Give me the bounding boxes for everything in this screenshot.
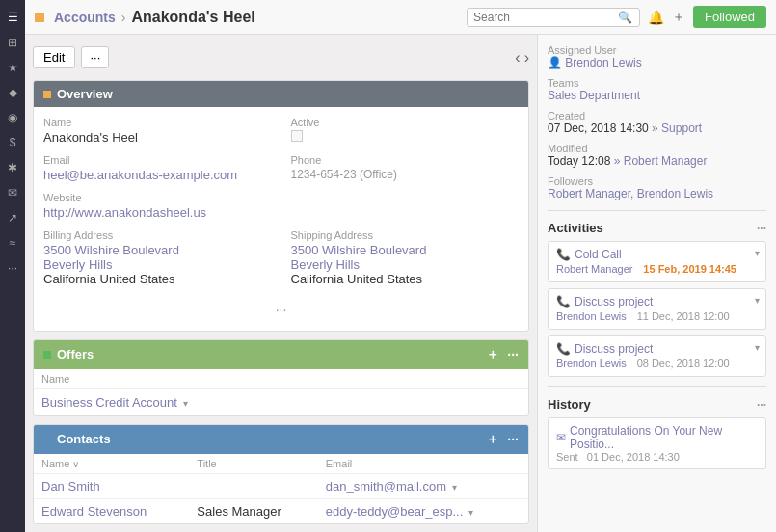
- main-area: Accounts › Anakonda's Heel 🔍 🔔 ＋ Followe…: [25, 0, 776, 532]
- content: Edit ··· ‹ › Overview Name Anako: [25, 35, 776, 532]
- sidebar-icon-diamond[interactable]: ◆: [3, 83, 22, 102]
- modified-value: Today 12:08 » Robert Manager: [548, 154, 766, 168]
- shipping-city: Beverly Hills: [291, 257, 520, 272]
- teams-block: Teams Sales Department: [548, 77, 766, 102]
- sidebar-icon-mail[interactable]: ✉: [3, 183, 22, 202]
- offers-actions: ＋ ···: [486, 346, 519, 363]
- activities-header: Activities ···: [548, 221, 766, 235]
- bell-icon[interactable]: 🔔: [648, 10, 664, 25]
- offers-add-icon[interactable]: ＋: [486, 346, 499, 363]
- sidebar-icon-more[interactable]: ···: [3, 258, 22, 278]
- contacts-more-icon[interactable]: ···: [507, 432, 519, 447]
- sidebar-icon-grid[interactable]: ⊞: [3, 33, 22, 52]
- topbar-left: Accounts › Anakonda's Heel: [35, 9, 255, 26]
- history-more-icon[interactable]: ···: [757, 398, 766, 412]
- created-value: 07 Dec, 2018 14:30 » Support: [548, 121, 766, 135]
- contacts-title: Contacts: [57, 432, 111, 446]
- phone-icon-1: 📞: [556, 295, 571, 308]
- contacts-col-email: Email: [318, 454, 528, 474]
- activity-dropdown-1[interactable]: ▾: [755, 295, 760, 306]
- contact-name-0[interactable]: Dan Smith: [34, 473, 189, 498]
- followed-button[interactable]: Followed: [693, 6, 766, 28]
- contact-email-1-dropdown-icon[interactable]: ▾: [468, 507, 473, 518]
- offer-dropdown-icon[interactable]: ▾: [183, 398, 188, 409]
- activity-item-2: 📞 Discuss project ▾ Brendon Lewis 08 Dec…: [548, 335, 766, 377]
- sidebar-icon-circle[interactable]: ◉: [3, 108, 22, 127]
- right-panel: Assigned User 👤 Brendon Lewis Teams Sale…: [537, 35, 776, 532]
- modified-block: Modified Today 12:08 » Robert Manager: [548, 143, 766, 168]
- history-item-0: ✉ Congratulations On Your New Positio...…: [548, 417, 766, 469]
- contact-name-1[interactable]: Edward Stevenson: [34, 498, 189, 523]
- active-checkbox[interactable]: [291, 130, 303, 142]
- more-button[interactable]: ···: [81, 46, 109, 68]
- search-box[interactable]: 🔍: [467, 8, 640, 27]
- info-block: Assigned User 👤 Brendon Lewis Teams Sale…: [548, 44, 766, 200]
- sidebar-icon-menu[interactable]: ☰: [3, 8, 22, 27]
- activities-more-icon[interactable]: ···: [757, 222, 766, 235]
- modified-suffix[interactable]: » Robert Manager: [614, 154, 708, 168]
- offer-name-value[interactable]: Business Credit Account: [41, 395, 177, 410]
- email-col: Email heel@be.anakondas-example.com: [43, 154, 272, 182]
- contact-email-1[interactable]: eddy-teddy@bear_esp... ▾: [318, 498, 528, 523]
- left-panel: Edit ··· ‹ › Overview Name Anako: [25, 35, 537, 532]
- activity-dropdown-0[interactable]: ▾: [755, 248, 760, 258]
- topbar: Accounts › Anakonda's Heel 🔍 🔔 ＋ Followe…: [25, 0, 776, 35]
- overview-body: Name Anakonda's Heel Active Email heel@b…: [34, 107, 528, 332]
- offers-body: Name Business Credit Account ▾: [34, 369, 528, 416]
- record-title: Anakonda's Heel: [131, 9, 254, 26]
- contacts-add-icon[interactable]: ＋: [486, 431, 499, 448]
- activity-dropdown-2[interactable]: ▾: [755, 342, 760, 353]
- shipping-label: Shipping Address: [291, 229, 520, 241]
- sort-icon[interactable]: ∨: [72, 459, 79, 469]
- accounts-icon: [35, 13, 44, 22]
- email-value[interactable]: heel@be.anakondas-example.com: [43, 168, 272, 182]
- created-label: Created: [548, 110, 766, 121]
- sidebar-icon-chart[interactable]: ≈: [3, 233, 22, 253]
- plus-icon[interactable]: ＋: [672, 9, 685, 26]
- nav-arrows: ‹ ›: [515, 49, 529, 66]
- contacts-header: Contacts ＋ ···: [34, 425, 528, 454]
- active-label: Active: [291, 117, 520, 128]
- contact-email-0[interactable]: dan_smith@mail.com ▾: [318, 473, 528, 498]
- activity-date-1: 11 Dec, 2018 12:00: [637, 310, 730, 322]
- history-date-0: Sent 01 Dec, 2018 14:30: [556, 451, 758, 463]
- billing-line1: 3500 Wilshire Boulevard: [43, 243, 272, 257]
- offers-title: Offers: [57, 347, 94, 361]
- created-suffix[interactable]: » Support: [652, 121, 702, 135]
- activity-type-1: 📞 Discuss project: [556, 295, 758, 308]
- address-row: Billing Address 3500 Wilshire Boulevard …: [43, 229, 519, 286]
- shipping-col: Shipping Address 3500 Wilshire Boulevard…: [291, 229, 520, 286]
- sidebar: ☰ ⊞ ★ ◆ ◉ $ ✱ ✉ ↗ ≈ ···: [0, 0, 25, 532]
- sidebar-icon-arrow[interactable]: ↗: [3, 208, 22, 227]
- history-section: History ··· ✉ Congratulations On Your Ne…: [548, 397, 766, 469]
- overview-title: Overview: [57, 87, 113, 101]
- teams-value[interactable]: Sales Department: [548, 89, 766, 102]
- phone-icon-0: 📞: [556, 248, 571, 261]
- website-value[interactable]: http://www.anakondasheel.us: [43, 205, 519, 220]
- website-row: Website http://www.anakondasheel.us: [43, 192, 519, 220]
- edit-button[interactable]: Edit: [33, 46, 75, 68]
- phone-col: Phone 1234-654-23 (Office): [291, 154, 520, 182]
- activity-date-2: 08 Dec, 2018 12:00: [637, 358, 730, 369]
- sidebar-icon-asterisk[interactable]: ✱: [3, 158, 22, 177]
- search-input[interactable]: [473, 11, 618, 24]
- user-icon: 👤: [548, 56, 562, 69]
- offers-more-icon[interactable]: ···: [507, 347, 519, 362]
- search-icon: 🔍: [618, 11, 632, 24]
- table-row: Dan Smith dan_smith@mail.com ▾: [34, 473, 528, 498]
- activity-item-1: 📞 Discuss project ▾ Brendon Lewis 11 Dec…: [548, 288, 766, 330]
- prev-button[interactable]: ‹: [515, 49, 520, 66]
- sidebar-icon-dollar[interactable]: $: [3, 133, 22, 152]
- billing-label: Billing Address: [43, 229, 272, 241]
- overview-more[interactable]: ···: [43, 296, 519, 323]
- contacts-section: Contacts ＋ ··· Name ∨: [33, 424, 529, 524]
- activity-item-0: 📞 Cold Call ▾ Robert Manager 15 Feb, 201…: [548, 241, 766, 282]
- assigned-user-block: Assigned User 👤 Brendon Lewis: [548, 44, 766, 69]
- shipping-state: California United States: [291, 272, 520, 286]
- accounts-breadcrumb[interactable]: Accounts: [54, 10, 116, 25]
- next-button[interactable]: ›: [524, 49, 529, 66]
- offers-dot: [43, 351, 51, 359]
- contact-email-dropdown-icon[interactable]: ▾: [452, 482, 457, 492]
- sidebar-icon-star[interactable]: ★: [3, 58, 22, 77]
- followers-value[interactable]: Robert Manager, Brendon Lewis: [548, 187, 766, 200]
